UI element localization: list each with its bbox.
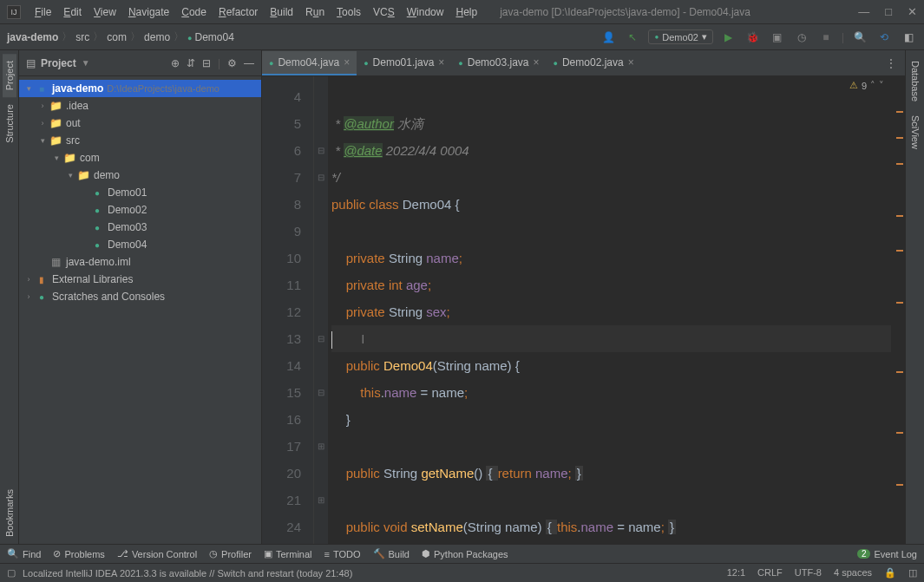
stop-button[interactable]: ■ [817,29,835,46]
tree-com[interactable]: ▾📁com [19,149,261,167]
tree-demo03[interactable]: Demo03 [19,219,261,236]
readonly-lock-icon[interactable]: 🔒 [884,567,896,579]
back-arrow-icon[interactable]: ↖ [624,29,641,46]
tree-src[interactable]: ▾📁src [19,132,261,149]
toolwin-python[interactable]: ⬢Python Packages [422,548,508,559]
close-icon[interactable]: × [344,56,350,69]
chevron-down-icon[interactable]: ▼ [82,58,90,68]
tree-root[interactable]: ▾ java-demo D:\IdeaProjects\java-demo [19,80,261,97]
menu-file[interactable]: File [29,4,56,20]
run-button[interactable]: ▶ [720,29,737,46]
run-config-selector[interactable]: Demo02 ▾ [648,29,712,44]
toolwin-eventlog[interactable]: 2Event Log [857,549,917,559]
maximize-button[interactable]: □ [885,5,892,18]
collapse-icon[interactable]: ⊟ [202,57,211,69]
right-tool-stripe: Database SciView [905,50,924,544]
coverage-button[interactable]: ▣ [769,29,786,46]
tab-demo03[interactable]: Demo03.java× [451,51,546,75]
sync-button[interactable]: ⟲ [875,29,893,46]
tree-scratch[interactable]: ›Scratches and Consoles [19,288,261,305]
menu-help[interactable]: Help [450,4,482,20]
menu-navigate[interactable]: Navigate [123,4,174,20]
warning-icon: ⚠ [849,80,858,91]
minimize-button[interactable]: — [858,5,869,18]
tree-out[interactable]: ›📁out [19,114,261,132]
python-icon: ⬢ [422,548,430,559]
toolwin-find[interactable]: 🔍Find [7,548,41,559]
status-toolwindow-icon[interactable]: ▢ [7,567,16,579]
status-indent[interactable]: 4 spaces [834,567,872,579]
menu-build[interactable]: Build [265,4,298,20]
crumb-demo[interactable]: demo [144,31,170,43]
tabs-more-icon[interactable]: ⋮ [877,57,905,69]
ide-settings-icon[interactable]: ◧ [900,29,917,46]
close-icon[interactable]: × [438,56,444,69]
hide-icon[interactable]: — [244,57,254,69]
menu-vcs[interactable]: VCS [368,4,400,20]
editor-tabs: Demo04.java× Demo01.java× Demo03.java× D… [262,50,905,76]
tree-demo02[interactable]: Demo02 [19,201,261,219]
close-icon[interactable]: × [628,56,634,69]
add-user-icon[interactable]: 👤 [600,29,617,46]
sidebar-tab-database[interactable]: Database [908,54,922,108]
close-icon[interactable]: × [534,56,540,69]
profile-button[interactable]: ◷ [793,29,810,46]
gear-icon[interactable]: ⚙ [227,57,237,69]
todo-icon: ≡ [324,549,330,559]
toolwin-vcs[interactable]: ⎇Version Control [117,548,197,559]
toolwin-profiler[interactable]: ◷Profiler [209,548,252,559]
window-title: java-demo [D:\IdeaProjects\java-demo] - … [500,6,858,18]
toolwin-build[interactable]: 🔨Build [373,548,410,559]
sidebar-tab-structure[interactable]: Structure [3,97,16,150]
status-line-sep[interactable]: CRLF [757,567,783,579]
sidebar-tab-bookmarks[interactable]: Bookmarks [3,482,16,544]
crumb-root[interactable]: java-demo [7,31,58,43]
tree-idea[interactable]: ›📁.idea [19,97,261,114]
menu-code[interactable]: Code [176,4,212,20]
crumb-com[interactable]: com [107,31,127,43]
breadcrumb: java-demo〉 src〉 com〉 demo〉 Demo04 [7,29,234,44]
tree-demo01[interactable]: Demo01 [19,184,261,201]
error-stripe[interactable] [895,76,905,544]
fold-gutter: ⊟⊟ ⊟ ⊟ ⊞ ⊞ ⊞ [314,76,328,544]
tree-iml[interactable]: ▦java-demo.iml [19,253,261,271]
select-opened-file-icon[interactable]: ⊕ [171,57,180,69]
menu-edit[interactable]: Edit [58,4,87,20]
status-message[interactable]: Localized IntelliJ IDEA 2021.3.3 is avai… [23,568,352,579]
status-caret-pos[interactable]: 12:1 [727,567,745,579]
debug-button[interactable]: 🐞 [744,29,762,46]
line-gutter: 456789101112131415161720212425 [262,76,314,544]
inspection-badge[interactable]: ⚠ 9 ˄ ˅ [849,80,884,91]
menu-refactor[interactable]: Refactor [213,4,263,20]
chevron-up-icon[interactable]: ˄ [870,80,875,91]
sidebar-tab-sciview[interactable]: SciView [908,108,922,156]
tree-extlib[interactable]: ›External Libraries [19,271,261,288]
text-cursor [331,331,332,349]
sidebar-tab-project[interactable]: Project [3,54,16,97]
tab-demo01[interactable]: Demo01.java× [357,51,451,75]
expand-all-icon[interactable]: ⇵ [187,57,195,69]
crumb-class[interactable]: Demo04 [187,31,234,43]
tab-demo04[interactable]: Demo04.java× [262,51,357,75]
tree-demo[interactable]: ▾📁demo [19,167,261,184]
menu-tools[interactable]: Tools [331,4,366,20]
tab-demo02[interactable]: Demo02.java× [547,51,641,75]
project-panel-title[interactable]: Project [41,57,76,69]
menu-run[interactable]: Run [300,4,330,20]
tree-demo04[interactable]: Demo04 [19,236,261,253]
toolwin-terminal[interactable]: ▣Terminal [264,548,312,559]
crumb-src[interactable]: src [75,31,89,43]
status-widget-icon[interactable]: ◫ [908,567,917,579]
menubar: File Edit View Navigate Code Refactor Bu… [29,4,482,20]
status-encoding[interactable]: UTF-8 [795,567,822,579]
project-panel: ▤ Project ▼ ⊕ ⇵ ⊟ | ⚙ — ▾ java-demo D:\I… [19,50,262,544]
code-editor[interactable]: 456789101112131415161720212425 ⊟⊟ ⊟ ⊟ ⊞ … [262,76,905,544]
toolwin-todo[interactable]: ≡TODO [324,549,361,559]
toolwin-problems[interactable]: ⊘Problems [53,548,104,559]
code-content[interactable]: * @author 水滴 * @date 2022/4/4 0004 */ pu… [328,76,895,544]
menu-window[interactable]: Window [402,4,449,20]
chevron-down-icon[interactable]: ˅ [879,80,884,91]
search-button[interactable]: 🔍 [851,29,868,46]
close-button[interactable]: ✕ [908,5,917,18]
menu-view[interactable]: View [88,4,121,20]
